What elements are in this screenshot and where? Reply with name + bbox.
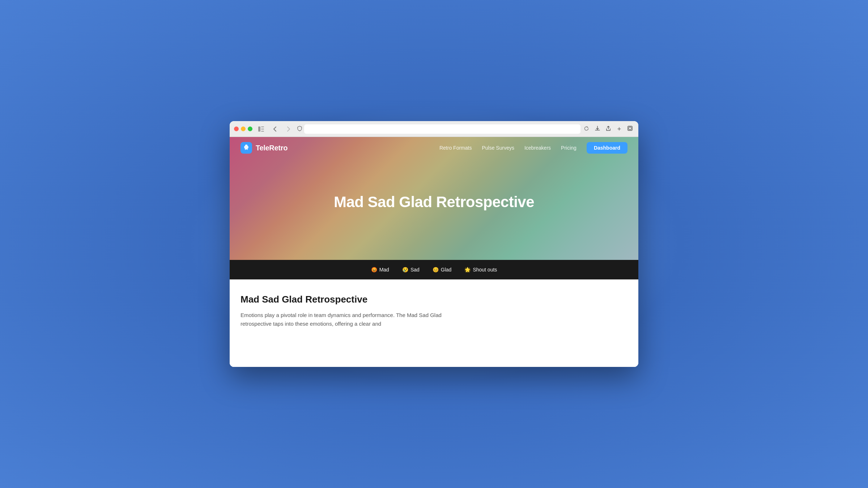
navigation: TeleRetro Retro Formats Pulse Surveys Ic… (230, 137, 638, 159)
address-bar-container (297, 124, 590, 134)
browser-actions: + (593, 126, 634, 132)
traffic-lights (234, 127, 252, 131)
dashboard-button[interactable]: Dashboard (587, 142, 627, 154)
content-description: Emotions play a pivotal role in team dyn… (241, 311, 450, 328)
content-title: Mad Sad Glad Retrospective (241, 294, 627, 305)
hero-section: TeleRetro Retro Formats Pulse Surveys Ic… (230, 137, 638, 260)
new-tab-icon[interactable]: + (615, 126, 623, 132)
svg-rect-0 (258, 127, 260, 132)
svg-rect-2 (261, 129, 264, 129)
share-icon[interactable] (604, 126, 612, 132)
glad-label: Glad (441, 267, 452, 273)
website-content: TeleRetro Retro Formats Pulse Surveys Ic… (230, 137, 638, 367)
glad-emoji: 😊 (433, 267, 439, 273)
tab-bar: 😡 Mad 😢 Sad 😊 Glad 🌟 Shout outs (230, 260, 638, 279)
back-button[interactable] (270, 125, 280, 133)
tab-mad[interactable]: 😡 Mad (371, 267, 389, 273)
svg-rect-1 (261, 127, 264, 127)
sad-label: Sad (410, 267, 420, 273)
download-icon[interactable] (593, 126, 601, 132)
tab-sad[interactable]: 😢 Sad (402, 267, 420, 273)
nav-icebreakers[interactable]: Icebreakers (524, 145, 551, 151)
content-section: Mad Sad Glad Retrospective Emotions play… (230, 279, 638, 367)
nav-links: Retro Formats Pulse Surveys Icebreakers … (439, 142, 627, 154)
refresh-icon[interactable] (583, 126, 590, 132)
minimize-button[interactable] (241, 127, 246, 131)
mad-label: Mad (379, 267, 389, 273)
nav-pulse-surveys[interactable]: Pulse Surveys (482, 145, 514, 151)
maximize-button[interactable] (248, 127, 252, 131)
forward-button[interactable] (284, 125, 294, 133)
tab-glad[interactable]: 😊 Glad (433, 267, 452, 273)
browser-chrome: + (230, 121, 638, 137)
sidebar-toggle-icon[interactable] (256, 125, 266, 133)
sad-emoji: 😢 (402, 267, 408, 273)
logo-area: TeleRetro (241, 142, 288, 154)
tabs-icon[interactable] (626, 126, 634, 132)
shout-outs-emoji: 🌟 (464, 267, 471, 273)
tab-shout-outs[interactable]: 🌟 Shout outs (464, 267, 497, 273)
mad-emoji: 😡 (371, 267, 377, 273)
nav-retro-formats[interactable]: Retro Formats (439, 145, 472, 151)
svg-rect-3 (261, 131, 264, 132)
logo-icon (241, 142, 252, 154)
close-button[interactable] (234, 127, 239, 131)
svg-rect-4 (628, 126, 632, 130)
address-input[interactable] (304, 124, 580, 134)
hero-title: Mad Sad Glad Retrospective (334, 193, 534, 211)
nav-pricing[interactable]: Pricing (561, 145, 576, 151)
svg-rect-5 (629, 127, 631, 130)
logo-text: TeleRetro (256, 144, 288, 152)
shield-icon (297, 126, 302, 132)
svg-point-6 (245, 145, 247, 146)
shout-outs-label: Shout outs (473, 267, 497, 273)
browser-window: + TeleRetro (230, 121, 638, 367)
